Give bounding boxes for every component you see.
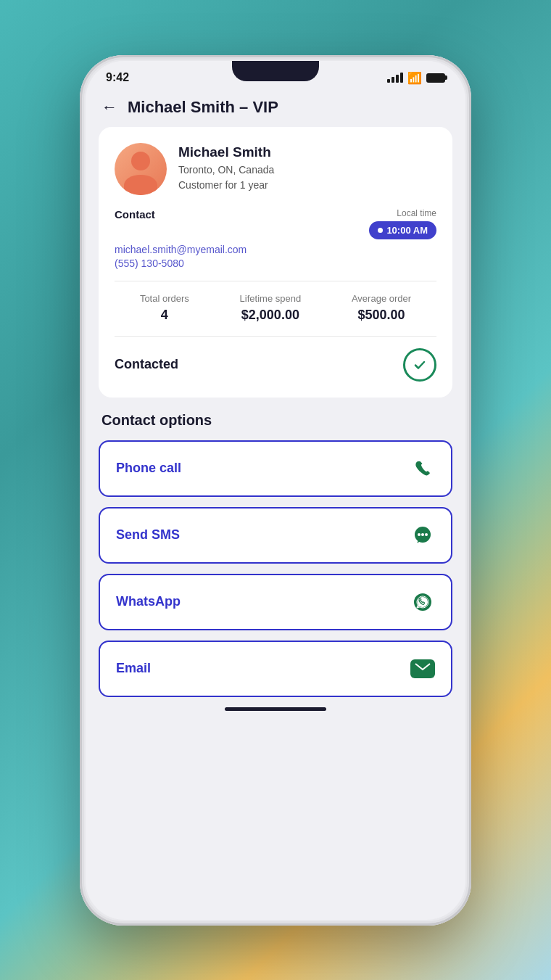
time-dot [378, 228, 383, 233]
divider-1 [115, 281, 436, 281]
contacted-row: Contacted [115, 348, 436, 382]
lifetime-spend-value: $2,000.00 [240, 308, 302, 323]
contacted-label: Contacted [115, 357, 178, 372]
status-bar: 9:42 📶 [86, 61, 465, 91]
customer-details: Michael Smith Toronto, ON, Canada Custom… [178, 144, 274, 193]
phone-call-label: Phone call [116, 461, 181, 476]
customer-location: Toronto, ON, Canada [178, 162, 274, 178]
stats-row: Total orders 4 Lifetime spend $2,000.00 … [115, 293, 436, 323]
main-content: Michael Smith Toronto, ON, Canada Custom… [86, 127, 465, 899]
page-title: Michael Smith – VIP [128, 98, 278, 117]
whatsapp-button[interactable]: WhatsApp [99, 574, 452, 630]
time-badge: 10:00 AM [369, 221, 436, 239]
customer-tenure: Customer for 1 year [178, 178, 274, 193]
email-icon [410, 656, 435, 681]
customer-info-top: Michael Smith Toronto, ON, Canada Custom… [115, 143, 436, 195]
customer-card: Michael Smith Toronto, ON, Canada Custom… [99, 127, 452, 398]
avatar-body [124, 175, 157, 195]
whatsapp-label: WhatsApp [116, 594, 181, 609]
local-time-value: 10:00 AM [386, 225, 428, 236]
phone-call-button[interactable]: Phone call [99, 440, 452, 497]
avatar-figure [115, 143, 167, 195]
lifetime-spend-label: Lifetime spend [240, 293, 302, 304]
avatar-head [131, 152, 150, 170]
whatsapp-icon [410, 590, 435, 614]
contact-options-title: Contact options [99, 412, 452, 429]
back-button[interactable]: ← [102, 98, 117, 117]
page-header: ← Michael Smith – VIP [86, 91, 465, 127]
wifi-icon: 📶 [407, 71, 422, 85]
send-sms-label: Send SMS [116, 527, 180, 543]
phone-inner: 9:42 📶 ← Michael Smith – VIP [86, 61, 465, 920]
stat-lifetime-spend: Lifetime spend $2,000.00 [240, 293, 302, 323]
customer-phone[interactable]: (555) 130-5080 [115, 258, 436, 269]
phone-frame: 9:42 📶 ← Michael Smith – VIP [80, 55, 471, 926]
contact-label: Contact [115, 208, 155, 221]
local-time-label: Local time [369, 208, 436, 218]
total-orders-label: Total orders [140, 293, 189, 304]
phone-icon [410, 456, 435, 481]
status-time: 9:42 [106, 71, 129, 84]
email-label: Email [116, 661, 151, 676]
signal-icon [387, 73, 403, 83]
avatar [115, 143, 167, 195]
contacted-check-icon[interactable] [403, 348, 436, 382]
local-time-section: Local time 10:00 AM [369, 208, 436, 239]
status-icons: 📶 [387, 71, 445, 85]
contact-section: Contact Local time 10:00 AM michael.smit… [115, 208, 436, 269]
send-sms-button[interactable]: Send SMS [99, 507, 452, 564]
average-order-value: $500.00 [352, 308, 411, 323]
stat-total-orders: Total orders 4 [140, 293, 189, 323]
svg-point-1 [418, 533, 420, 536]
customer-name: Michael Smith [178, 144, 274, 160]
contact-header: Contact Local time 10:00 AM [115, 208, 436, 239]
sms-icon [410, 523, 435, 548]
email-button[interactable]: Email [99, 641, 452, 697]
home-indicator [225, 707, 326, 711]
stat-average-order: Average order $500.00 [352, 293, 411, 323]
average-order-label: Average order [352, 293, 411, 304]
total-orders-value: 4 [140, 308, 189, 323]
customer-email[interactable]: michael.smith@myemail.com [115, 244, 436, 255]
svg-point-3 [425, 533, 428, 536]
divider-2 [115, 336, 436, 337]
svg-point-2 [421, 533, 424, 536]
battery-icon [426, 73, 445, 83]
